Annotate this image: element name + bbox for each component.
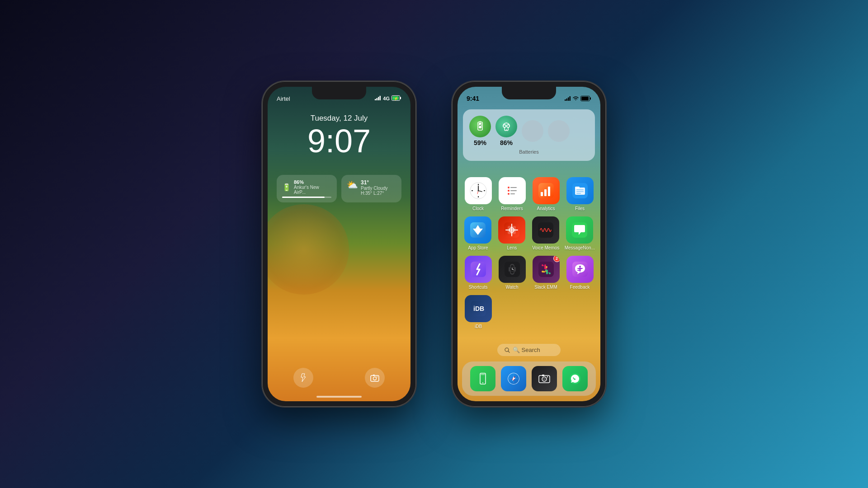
app-item-idb[interactable]: iDB iDB — [463, 295, 494, 329]
svg-rect-62 — [514, 267, 516, 272]
dock — [462, 361, 596, 396]
app-item-watch[interactable]: Watch — [497, 256, 527, 290]
app-row-1: Clock — [463, 177, 595, 211]
svg-point-9 — [373, 377, 377, 380]
messages-icon — [566, 216, 593, 244]
app-item-messages[interactable]: MessageNon... — [565, 216, 595, 250]
wifi-icon — [573, 96, 579, 101]
svg-rect-1 — [377, 98, 378, 100]
battery-empty-icon-2 — [548, 120, 570, 142]
app-item-clock[interactable]: Clock — [463, 177, 493, 211]
svg-rect-44 — [548, 187, 550, 196]
app-row-2: App Store — [463, 216, 595, 250]
app-item-analytics[interactable]: Analytics — [531, 177, 561, 211]
lock-date: Tuesday, 12 July — [268, 114, 410, 123]
reminders-label: Reminders — [501, 206, 523, 211]
shortcuts-icon — [465, 256, 492, 283]
search-label: 🔍 Search — [513, 347, 540, 353]
svg-point-82 — [543, 378, 546, 380]
app-row-4: iDB iDB — [463, 295, 595, 329]
clock-label: Clock — [472, 206, 484, 211]
dock-phone[interactable] — [470, 366, 495, 391]
watch-label: Watch — [506, 285, 519, 290]
left-phone: Airtel 4G — [262, 81, 416, 407]
voicememos-icon — [532, 216, 559, 244]
feedback-label: Feedback — [570, 285, 590, 290]
svg-rect-47 — [575, 187, 580, 189]
messages-label: MessageNon... — [565, 245, 595, 250]
weather-temp: 31° — [361, 179, 387, 186]
svg-text:iDB: iDB — [473, 305, 484, 312]
lock-screen: Airtel 4G — [268, 87, 410, 401]
weather-widget: ⛅ 31° Partly Cloudy H:35° L:27° — [341, 175, 401, 202]
battery-widget-title: Batteries — [469, 149, 589, 155]
svg-rect-17 — [590, 98, 591, 100]
right-phone-screen: 9:41 — [458, 87, 600, 401]
app-item-shortcuts[interactable]: Shortcuts — [463, 256, 493, 290]
right-phone: 9:41 — [452, 81, 606, 407]
svg-point-75 — [482, 382, 483, 383]
svg-text:⚡: ⚡ — [394, 96, 398, 101]
battery-phone-icon — [469, 116, 491, 137]
app-item-reminders[interactable]: Reminders — [497, 177, 527, 211]
app-item-voicememos[interactable]: Voice Memos — [531, 216, 561, 250]
analytics-label: Analytics — [537, 206, 555, 211]
svg-rect-15 — [570, 96, 571, 101]
app-item-appstore[interactable]: App Store — [463, 216, 493, 250]
app-item-feedback[interactable]: Feedback — [565, 256, 595, 290]
lock-bottom-controls — [268, 368, 410, 388]
weather-icon: ⛅ — [347, 179, 358, 190]
files-icon — [566, 177, 594, 204]
notch-right — [502, 87, 556, 99]
lock-widgets: 🔋 86% Ankur's New AirP... ⛅ 31° — [277, 175, 401, 202]
clock-icon — [465, 177, 492, 204]
dock-camera[interactable] — [532, 366, 557, 391]
battery-airpods-pct: 86% — [500, 139, 513, 146]
slack-badge: 2 — [553, 256, 560, 262]
dock-safari[interactable] — [501, 366, 526, 391]
svg-rect-48 — [576, 189, 584, 190]
svg-rect-43 — [544, 189, 547, 196]
signal-icon — [375, 96, 381, 101]
home-indicator — [316, 396, 362, 398]
svg-point-37 — [508, 190, 509, 192]
reminders-icon — [499, 177, 526, 204]
app-row-3: Shortcuts — [463, 256, 595, 290]
svg-line-74 — [508, 351, 509, 352]
dock-whatsapp[interactable] — [562, 366, 588, 391]
app-item-lens[interactable]: Lens — [497, 216, 527, 250]
app-item-slack[interactable]: 2 Slack EMM — [531, 256, 561, 290]
airpods-widget: 🔋 86% Ankur's New AirP... — [277, 175, 337, 202]
left-phone-screen: Airtel 4G — [268, 87, 410, 401]
files-label: Files — [575, 206, 585, 211]
svg-rect-2 — [378, 97, 379, 101]
battery-airpods: 86% — [495, 116, 517, 146]
svg-point-33 — [477, 190, 479, 192]
battery-device-phone: 59% — [469, 116, 491, 146]
idb-label: iDB — [475, 324, 482, 329]
idb-icon: iDB — [465, 295, 492, 322]
battery-phone-pct: 59% — [474, 139, 486, 146]
svg-rect-0 — [375, 99, 376, 100]
svg-point-35 — [508, 187, 509, 188]
svg-rect-61 — [509, 267, 510, 272]
battery-widget-card: 59% 86% — [463, 109, 595, 161]
camera-button[interactable] — [365, 368, 385, 388]
svg-rect-83 — [542, 375, 544, 376]
network-type: 4G — [383, 96, 390, 101]
shortcuts-label: Shortcuts — [468, 285, 487, 290]
carrier-label: Airtel — [277, 95, 290, 102]
weather-condition: Partly Cloudy — [361, 186, 387, 191]
flashlight-button[interactable] — [293, 368, 313, 388]
decorative-globe — [268, 204, 349, 295]
search-bar[interactable]: 🔍 Search — [497, 344, 561, 356]
svg-point-11 — [377, 376, 377, 377]
svg-rect-8 — [371, 375, 379, 381]
svg-rect-3 — [380, 96, 381, 100]
svg-rect-12 — [565, 99, 566, 101]
signal-icon-home — [565, 96, 571, 101]
app-item-files[interactable]: Files — [565, 177, 595, 211]
battery-empty-2 — [548, 120, 570, 142]
slack-icon: 2 — [533, 256, 560, 283]
app-grid: Clock — [463, 177, 595, 334]
